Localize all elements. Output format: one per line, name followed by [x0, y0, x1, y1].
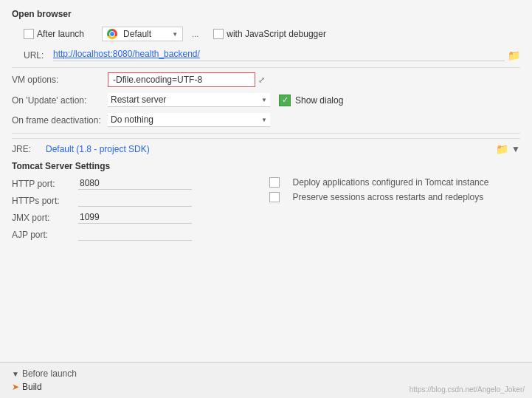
frame-dropdown-arrow: ▼	[261, 117, 267, 123]
preserve-label: Preserve sessions across restarts and re…	[293, 192, 484, 202]
preserve-checkbox[interactable]	[269, 192, 280, 202]
show-dialog-checkbox[interactable]: ✓	[279, 95, 291, 106]
tomcat-title: Tomcat Server Settings	[12, 161, 520, 171]
ajp-port-input[interactable]	[78, 228, 192, 241]
update-dropdown-arrow: ▼	[261, 97, 267, 103]
build-item: ➤ Build	[12, 382, 77, 392]
browser-dropdown[interactable]: Default ▼	[102, 27, 183, 41]
tomcat-section: Tomcat Server Settings HTTP port: HTTPs …	[12, 161, 520, 245]
jre-actions: 📁 ▼	[493, 143, 520, 155]
js-debugger-label: with JavaScript debugger	[227, 29, 326, 39]
update-action-label: On 'Update' action:	[12, 95, 108, 106]
show-dialog-wrapper: ✓ Show dialog	[279, 95, 343, 106]
js-debugger-wrapper: with JavaScript debugger	[213, 29, 326, 39]
url-label: URL:	[24, 50, 53, 61]
expand-icon[interactable]: ⤢	[258, 75, 265, 85]
http-port-input[interactable]	[78, 177, 192, 190]
show-dialog-label: Show dialog	[295, 95, 343, 106]
browser-dropdown-arrow: ▼	[172, 31, 178, 38]
jre-row: JRE: Default (1.8 - project SDK) 📁 ▼	[12, 138, 520, 155]
jre-dropdown-arrow[interactable]: ▼	[511, 144, 520, 154]
jre-value: Default (1.8 - project SDK)	[46, 144, 150, 154]
frame-deactivation-value: Do nothing	[111, 114, 255, 125]
url-input[interactable]	[53, 49, 505, 59]
build-icon: ➤	[12, 382, 19, 392]
after-launch-checkbox-wrapper: After launch	[24, 29, 84, 39]
open-browser-title: Open browser	[12, 9, 520, 19]
url-folder-icon[interactable]: 📁	[508, 49, 520, 61]
watermark: https://blog.csdn.net/Angelo_Joker/	[410, 385, 525, 394]
jmx-port-label: JMX port:	[12, 213, 78, 223]
jmx-port-input[interactable]	[78, 211, 192, 224]
deploy-label: Deploy applications configured in Tomcat…	[293, 177, 489, 188]
jre-label: JRE:	[12, 144, 41, 154]
vm-options-label: VM options:	[12, 75, 108, 85]
after-launch-label: After launch	[37, 29, 84, 39]
frame-deactivation-dropdown[interactable]: Do nothing ▼	[108, 113, 270, 127]
build-label: Build	[22, 382, 42, 392]
update-action-dropdown[interactable]: Restart server ▼	[108, 93, 270, 107]
update-action-value: Restart server	[111, 95, 255, 105]
vm-options-input[interactable]	[108, 72, 255, 87]
browser-name: Default	[120, 29, 166, 39]
js-debugger-checkbox[interactable]	[213, 29, 224, 39]
chrome-icon	[107, 29, 117, 39]
deploy-checkbox[interactable]	[269, 177, 280, 188]
https-port-label: HTTPs port:	[12, 196, 78, 206]
before-launch-expand[interactable]: ▼	[12, 370, 19, 378]
before-launch-label: Before launch	[22, 368, 77, 379]
frame-deactivation-label: On frame deactivation:	[12, 115, 108, 126]
url-container	[53, 49, 505, 61]
https-port-input[interactable]	[78, 194, 192, 207]
jre-folder-icon[interactable]: 📁	[496, 143, 508, 155]
before-launch-section: ▼ Before launch	[12, 368, 77, 379]
more-options-button[interactable]: ...	[189, 29, 201, 39]
bottom-bar: ▼ Before launch ➤ Build https://blog.csd…	[0, 362, 532, 398]
after-launch-checkbox[interactable]	[24, 29, 34, 39]
ajp-port-label: AJP port:	[12, 230, 78, 240]
http-port-label: HTTP port:	[12, 179, 78, 189]
